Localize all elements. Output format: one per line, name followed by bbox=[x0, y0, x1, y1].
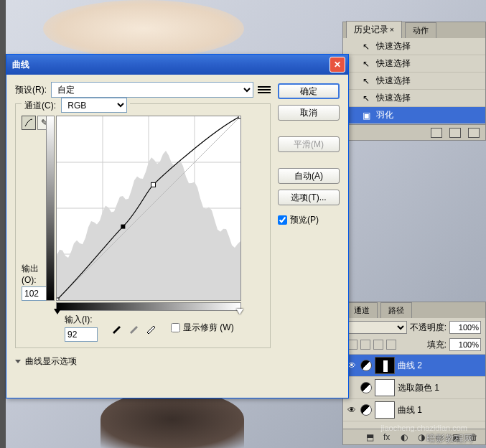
preset-label: 预设(R): bbox=[15, 84, 47, 96]
svg-rect-8 bbox=[121, 225, 125, 229]
dialog-titlebar[interactable]: 曲线 ✕ bbox=[6, 55, 348, 75]
history-item[interactable]: ↖快速选择 bbox=[343, 73, 485, 90]
preset-select[interactable]: 自定 bbox=[51, 82, 253, 98]
curves-graph[interactable] bbox=[56, 116, 241, 301]
watermark-text: 暗影教程网 bbox=[426, 432, 473, 445]
history-item-label: 羽化 bbox=[376, 109, 393, 121]
wand-icon: ↖ bbox=[360, 75, 372, 87]
history-item-label: 快速选择 bbox=[376, 40, 411, 52]
curve-point-tool[interactable] bbox=[22, 116, 36, 130]
layer-name: 曲线 1 bbox=[398, 404, 422, 416]
wand-icon: ↖ bbox=[360, 58, 372, 70]
svg-rect-9 bbox=[151, 182, 156, 187]
wand-icon: ↖ bbox=[360, 41, 372, 52]
gray-eyedropper-icon[interactable] bbox=[128, 322, 141, 335]
lock-pixels-icon[interactable] bbox=[360, 340, 370, 350]
auto-button[interactable]: 自动(A) bbox=[278, 168, 340, 184]
history-list: ↖快速选择 ↖快速选择 ↖快速选择 ↖快速选择 ▣羽化 bbox=[343, 38, 485, 124]
history-item[interactable]: ↖快速选择 bbox=[343, 38, 485, 55]
preview-checkbox[interactable]: 预览(P) bbox=[278, 214, 340, 226]
lock-position-icon[interactable] bbox=[373, 340, 383, 350]
history-item[interactable]: ↖快速选择 bbox=[343, 55, 485, 73]
history-footer bbox=[343, 124, 485, 140]
channel-label: 通道(C): bbox=[24, 101, 56, 111]
dialog-title: 曲线 bbox=[12, 59, 330, 71]
visibility-icon[interactable]: 👁 bbox=[346, 404, 358, 416]
opacity-label: 不透明度: bbox=[410, 322, 447, 334]
fx-icon[interactable]: fx bbox=[383, 432, 395, 442]
ok-button[interactable]: 确定 bbox=[278, 83, 340, 99]
preview-label: 预览(P) bbox=[290, 214, 319, 226]
curve-display-options[interactable]: 曲线显示选项 bbox=[15, 355, 271, 368]
layer-mask-thumb[interactable] bbox=[375, 379, 395, 396]
preview-input[interactable] bbox=[278, 215, 287, 225]
lock-row: 填充: bbox=[343, 337, 485, 355]
lock-all-icon[interactable] bbox=[386, 340, 396, 350]
channel-fieldset: 通道(C): RGB ✎ 输出(O): bbox=[15, 103, 271, 348]
blend-mode-select[interactable] bbox=[347, 321, 407, 334]
new-snapshot-icon[interactable] bbox=[431, 128, 442, 138]
history-item[interactable]: ▣羽化 bbox=[343, 107, 485, 124]
tab-close-icon[interactable]: × bbox=[390, 26, 394, 34]
opacity-input[interactable] bbox=[449, 321, 481, 334]
history-item[interactable]: ↖快速选择 bbox=[343, 90, 485, 107]
layer-item[interactable]: 👁 曲线 1 bbox=[343, 399, 485, 421]
feather-icon: ▣ bbox=[360, 110, 372, 121]
wand-icon: ↖ bbox=[360, 93, 372, 104]
layers-tabs: 通道 路径 bbox=[343, 302, 485, 318]
preset-menu-icon[interactable] bbox=[258, 83, 271, 96]
black-eyedropper-icon[interactable] bbox=[111, 322, 123, 335]
svg-rect-10 bbox=[238, 116, 240, 118]
layer-options-row: 不透明度: bbox=[343, 318, 485, 337]
watermark-url: jiaocheng.chazidian.com bbox=[381, 424, 467, 432]
input-gradient bbox=[56, 302, 241, 311]
tab-history[interactable]: 历史记录× bbox=[346, 21, 402, 38]
tab-paths[interactable]: 路径 bbox=[380, 302, 412, 318]
curve-display-label: 曲线显示选项 bbox=[25, 355, 77, 368]
history-item-label: 快速选择 bbox=[376, 75, 411, 87]
history-panel: 历史记录× 动作 ↖快速选择 ↖快速选择 ↖快速选择 ↖快速选择 ▣羽化 bbox=[342, 22, 486, 141]
layer-item[interactable]: 选取颜色 1 bbox=[343, 377, 485, 399]
tab-history-label: 历史记录 bbox=[354, 24, 388, 34]
lock-transparent-icon[interactable] bbox=[347, 340, 358, 350]
adjustment-icon bbox=[360, 360, 372, 371]
trash-icon[interactable] bbox=[468, 128, 480, 138]
panel-tabs: 历史记录× 动作 bbox=[343, 22, 485, 38]
black-point-slider[interactable] bbox=[54, 309, 61, 318]
white-eyedropper-icon[interactable] bbox=[145, 322, 158, 335]
curves-dialog: 曲线 ✕ 预设(R): 自定 通道(C): RGB ✎ bbox=[6, 54, 349, 398]
history-item-label: 快速选择 bbox=[376, 57, 411, 70]
tool-strip bbox=[0, 0, 6, 448]
channel-select[interactable]: RGB bbox=[61, 98, 127, 113]
adjustment-icon bbox=[360, 382, 372, 393]
mask-icon[interactable]: ◐ bbox=[401, 432, 412, 442]
channel-legend: 通道(C): RGB bbox=[22, 98, 130, 113]
fill-label: 填充: bbox=[427, 339, 447, 351]
layer-item[interactable]: 👁 曲线 2 bbox=[343, 355, 485, 377]
input-label: 输入(I): bbox=[65, 314, 98, 326]
new-state-icon[interactable] bbox=[449, 128, 461, 138]
link-icon[interactable]: ⬒ bbox=[366, 432, 378, 442]
fill-input[interactable] bbox=[449, 338, 481, 351]
input-input[interactable] bbox=[65, 327, 98, 342]
history-item-label: 快速选择 bbox=[376, 92, 411, 104]
layer-name: 选取颜色 1 bbox=[398, 382, 439, 394]
output-gradient bbox=[46, 116, 55, 301]
cancel-button[interactable]: 取消 bbox=[278, 105, 340, 121]
close-button[interactable]: ✕ bbox=[330, 57, 345, 73]
chevron-down-icon bbox=[15, 360, 21, 366]
show-clipping-label: 显示修剪 (W) bbox=[183, 322, 234, 334]
options-button[interactable]: 选项(T)... bbox=[278, 190, 340, 205]
tab-actions[interactable]: 动作 bbox=[405, 22, 436, 38]
white-point-slider[interactable] bbox=[236, 309, 243, 318]
adjustment-icon bbox=[360, 404, 372, 416]
svg-rect-7 bbox=[57, 298, 59, 300]
show-clipping-input[interactable] bbox=[171, 323, 180, 332]
layer-mask-thumb[interactable] bbox=[375, 401, 395, 419]
show-clipping-checkbox[interactable]: 显示修剪 (W) bbox=[171, 322, 234, 334]
tab-channels[interactable]: 通道 bbox=[346, 302, 378, 318]
smooth-button: 平滑(M) bbox=[278, 136, 340, 152]
layer-mask-thumb[interactable] bbox=[375, 357, 395, 374]
layer-name: 曲线 2 bbox=[398, 360, 422, 372]
